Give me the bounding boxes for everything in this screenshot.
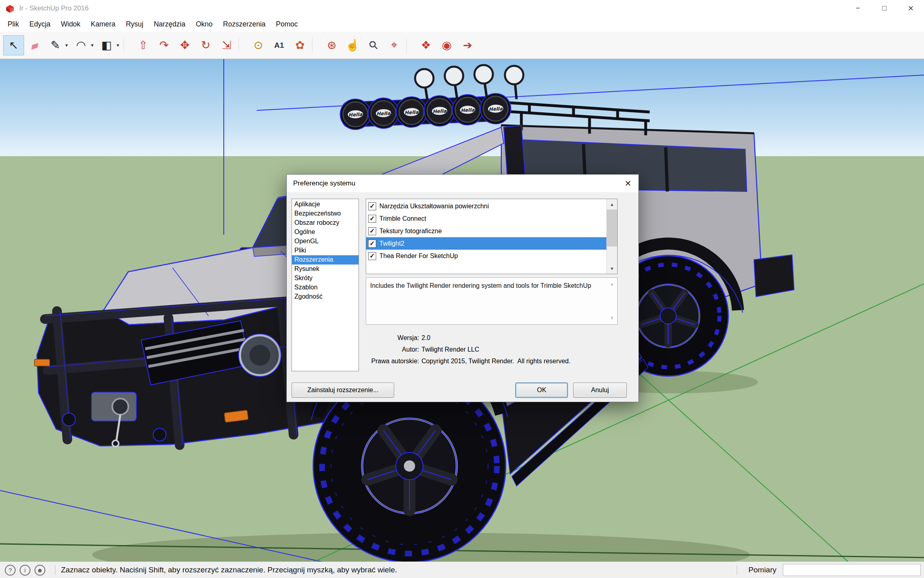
extension-description: Includes the Twilight Render rendering s… — [366, 277, 618, 325]
extension-label: Narzędzia Ukształtowania powierzchni — [379, 203, 489, 210]
menu-widok[interactable]: Widok — [56, 16, 86, 32]
statusbar-separator — [737, 565, 737, 575]
extension-row[interactable]: ✓ Thea Render For SketchUp — [366, 250, 606, 262]
materials-tool-icon[interactable]: ❖ — [415, 35, 436, 55]
rotate-tool-icon[interactable]: ↻ — [195, 35, 216, 55]
copyright-value: Copyright 2015, Twilight Render. All rig… — [421, 358, 570, 365]
title-bar: Ir - SketchUp Pro 2016 − □ ✕ — [0, 0, 924, 16]
dialog-close-icon[interactable]: ✕ — [618, 175, 638, 192]
description-scrollbar[interactable]: ▲ ▼ — [608, 279, 616, 323]
checkbox-checked-icon[interactable]: ✓ — [368, 215, 376, 223]
select-tool-icon[interactable]: ↖ — [3, 35, 24, 55]
menu-narzedzia[interactable]: Narzędzia — [148, 16, 190, 32]
category-szablon[interactable]: Szablon — [292, 283, 359, 292]
extension-row[interactable]: ✓ Tekstury fotograficzne — [366, 225, 606, 237]
toolbar-separator — [312, 37, 320, 53]
ok-button[interactable]: OK — [515, 383, 568, 398]
shapes-dropdown-icon[interactable]: ▾ — [114, 35, 122, 55]
scroll-down-icon[interactable]: ▼ — [607, 263, 617, 274]
svg-text:Hella: Hella — [460, 107, 475, 113]
export-tool-icon[interactable]: ➔ — [457, 35, 478, 55]
install-extension-button[interactable]: Zainstaluj rozszerzenie... — [292, 383, 394, 398]
follow-me-tool-icon[interactable]: ↷ — [154, 35, 174, 55]
category-pliki[interactable]: Pliki — [292, 246, 359, 255]
measurements-input[interactable] — [783, 564, 921, 576]
geolocation-icon[interactable]: ? — [5, 565, 16, 576]
eraser-tool-icon[interactable]: ▰ — [22, 33, 48, 58]
checkbox-checked-icon[interactable]: ✓ — [368, 227, 376, 235]
tape-measure-tool-icon[interactable]: ⊙ — [248, 35, 269, 55]
dialog-title-bar[interactable]: Preferencje systemu ✕ — [287, 175, 638, 192]
scrollbar-thumb[interactable] — [607, 210, 617, 246]
zoom-extents-tool-icon[interactable]: ⌖ — [384, 35, 405, 55]
user-icon[interactable]: ☻ — [34, 565, 45, 576]
status-bar: ? i ☻ Zaznacz obiekty. Naciśnij Shift, a… — [0, 562, 924, 578]
minimize-button[interactable]: − — [845, 0, 871, 16]
toolbar-separator — [239, 37, 246, 53]
styles-tool-icon[interactable]: ◉ — [436, 35, 457, 55]
sketchup-logo — [5, 3, 15, 14]
extension-label: Twilight2 — [379, 240, 404, 247]
move-tool-icon[interactable]: ✥ — [174, 35, 195, 55]
scroll-down-icon[interactable]: ▼ — [610, 313, 614, 323]
window-title: Ir - SketchUp Pro 2016 — [19, 4, 89, 12]
checkbox-checked-icon[interactable]: ✓ — [368, 202, 376, 210]
credits-info-icon[interactable]: i — [20, 565, 30, 576]
svg-text:Hella: Hella — [488, 106, 503, 112]
extension-row[interactable]: ✓ Narzędzia Ukształtowania powierzchni — [366, 200, 606, 212]
category-opengl[interactable]: OpenGL — [292, 237, 359, 246]
scroll-up-icon[interactable]: ▲ — [610, 279, 614, 289]
extension-label: Tekstury fotograficzne — [379, 228, 442, 235]
copyright-label: Prawa autorskie: — [287, 358, 419, 365]
dialog-title: Preferencje systemu — [293, 179, 355, 187]
cancel-button[interactable]: Anuluj — [573, 383, 627, 398]
version-value: 2.0 — [421, 334, 430, 342]
line-dropdown-icon[interactable]: ▾ — [63, 35, 71, 55]
category-rozszerzenia[interactable]: Rozszerzenia — [292, 255, 359, 265]
dimensions-tool-icon[interactable]: A1 — [269, 35, 290, 55]
measurements-label: Pomiary — [748, 566, 776, 574]
scale-tool-icon[interactable]: ⇲ — [216, 35, 237, 55]
extension-row-selected[interactable]: ✓ Twilight2 — [366, 237, 606, 250]
scrollbar-track[interactable] — [607, 246, 617, 263]
menu-plik[interactable]: Plik — [2, 16, 24, 32]
arc-dropdown-icon[interactable]: ▾ — [88, 35, 96, 55]
extension-label: Thea Render For SketchUp — [379, 252, 458, 260]
author-label: Autor: — [287, 346, 419, 353]
extension-row[interactable]: ✓ Trimble Connect — [366, 212, 606, 225]
orbit-tool-icon[interactable]: ⊛ — [321, 35, 342, 55]
paint-bucket-tool-icon[interactable]: ✿ — [290, 35, 310, 55]
menu-rozszerzenia[interactable]: Rozszerzenia — [218, 16, 271, 32]
author-value: Twilight Render LLC — [421, 346, 479, 353]
checkbox-checked-icon[interactable]: ✓ — [368, 240, 376, 248]
close-button[interactable]: ✕ — [898, 0, 924, 16]
status-message: Zaznacz obiekty. Naciśnij Shift, aby roz… — [61, 566, 397, 574]
toolbar-separator — [406, 37, 414, 53]
preferences-dialog: Preferencje systemu ✕ Aplikacje Bezpiecz… — [286, 174, 639, 402]
pan-tool-icon[interactable]: ☝ — [342, 35, 363, 55]
menu-edycja[interactable]: Edycja — [24, 16, 56, 32]
push-pull-tool-icon[interactable]: ⇧ — [133, 35, 154, 55]
menu-rysuj[interactable]: Rysuj — [121, 16, 149, 32]
menu-pomoc[interactable]: Pomoc — [271, 16, 303, 32]
zoom-tool-icon[interactable]: ⚲ — [366, 38, 381, 53]
category-ogolne[interactable]: Ogólne — [292, 228, 359, 237]
category-bezpieczenstwo[interactable]: Bezpieczeństwo — [292, 209, 359, 218]
category-aplikacje[interactable]: Aplikacje — [292, 200, 359, 209]
extension-label: Trimble Connect — [379, 215, 426, 222]
extensions-list: ✓ Narzędzia Ukształtowania powierzchni ✓… — [366, 199, 618, 274]
category-obszar-roboczy[interactable]: Obszar roboczy — [292, 218, 359, 228]
menu-okno[interactable]: Okno — [190, 16, 218, 32]
toolbar: ↖ ▰ ✎ ▾ ◠ ▾ ◧ ▾ ⇧ ↷ ✥ ↻ ⇲ ⊙ A1 ✿ ⊛ ☝ ⚲ ⌖… — [0, 32, 924, 59]
category-zgodnosc[interactable]: Zgodność — [292, 292, 359, 301]
svg-text:Hella: Hella — [349, 112, 363, 118]
menu-bar: Plik Edycja Widok Kamera Rysuj Narzędzia… — [0, 16, 924, 32]
checkbox-checked-icon[interactable]: ✓ — [368, 252, 376, 260]
scroll-up-icon[interactable]: ▲ — [607, 199, 617, 210]
restore-button[interactable]: □ — [871, 0, 898, 16]
category-skroty[interactable]: Skróty — [292, 274, 359, 283]
extensions-scrollbar[interactable]: ▲ ▼ — [606, 199, 617, 274]
category-rysunek[interactable]: Rysunek — [292, 265, 359, 274]
svg-text:Hella: Hella — [377, 110, 391, 116]
menu-kamera[interactable]: Kamera — [85, 16, 120, 32]
